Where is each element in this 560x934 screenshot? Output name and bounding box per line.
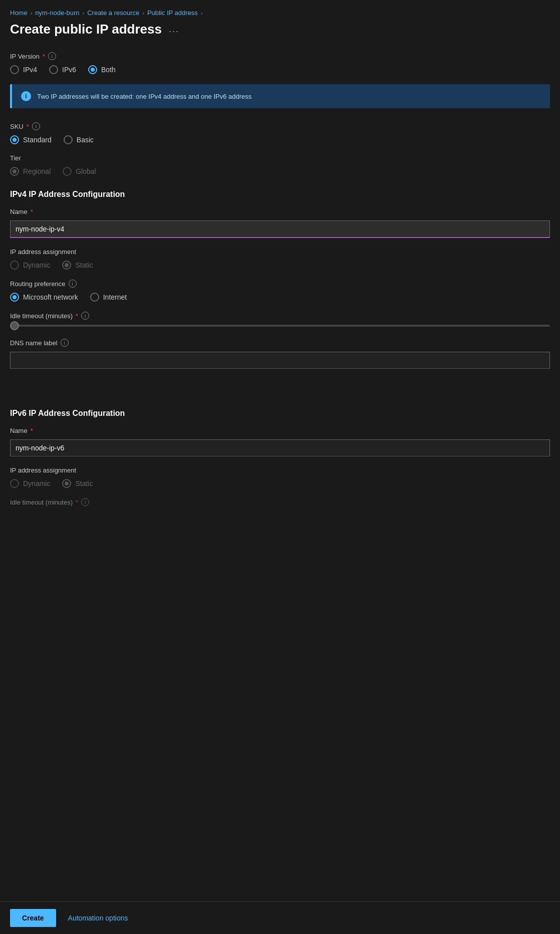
ipv4-assignment-label: IP address assignment (10, 248, 550, 256)
ip-version-field: IP Version * i IPv4 IPv6 Both (10, 52, 550, 74)
ipv4-radio-circle (10, 65, 19, 74)
info-banner-text: Two IP addresses will be created: one IP… (37, 93, 251, 100)
ipv4-radio-label: IPv4 (23, 66, 37, 74)
ipv6-radio-circle (49, 65, 58, 74)
basic-radio-label: Basic (77, 136, 94, 144)
microsoft-network-radio-circle (10, 293, 19, 302)
ipv4-name-input[interactable] (10, 220, 550, 238)
ipv6-assignment-label: IP address assignment (10, 466, 550, 474)
ipv4-assignment-field: IP address assignment Dynamic Static (10, 248, 550, 270)
tier-label: Tier (10, 154, 550, 162)
ipv4-idle-timeout-slider-thumb[interactable] (10, 321, 19, 330)
ipv6-assignment-radio-group: Dynamic Static (10, 479, 550, 488)
ipv4-dynamic-radio-circle (10, 261, 19, 270)
ipv4-section-title: IPv4 IP Address Configuration (10, 190, 550, 199)
ipv6-static-radio-option: Static (62, 479, 93, 488)
ipv4-static-radio-label: Static (75, 261, 93, 269)
create-button[interactable]: Create (10, 909, 56, 927)
more-options-button[interactable]: ... (169, 24, 179, 35)
page-title: Create public IP address (10, 22, 162, 37)
ipv4-routing-radio-group: Microsoft network Internet (10, 293, 550, 302)
microsoft-network-radio-label: Microsoft network (23, 293, 78, 301)
global-radio-option: Global (63, 167, 96, 176)
ipv6-idle-timeout-label: Idle timeout (minutes) * i (10, 498, 550, 506)
page-title-row: Create public IP address ... (0, 22, 560, 52)
ip-version-label: IP Version * i (10, 52, 550, 60)
ipv6-name-field: Name * (10, 427, 550, 466)
sku-info-icon[interactable]: i (32, 122, 40, 130)
main-form: IP Version * i IPv4 IPv6 Both i Two IP a… (0, 52, 560, 551)
ipv6-idle-timeout-info-icon[interactable]: i (81, 498, 89, 506)
ipv6-name-input[interactable] (10, 439, 550, 456)
regional-radio-circle (10, 167, 19, 176)
sku-label: SKU * i (10, 122, 550, 130)
ipv6-name-required: * (31, 427, 33, 434)
required-indicator: * (43, 53, 45, 60)
ipv4-routing-field: Routing preference i Microsoft network I… (10, 280, 550, 302)
breadcrumb-public-ip[interactable]: Public IP address (147, 9, 198, 17)
tier-radio-group: Regional Global (10, 167, 550, 176)
breadcrumb-home[interactable]: Home (10, 9, 28, 17)
ipv4-static-radio-circle (62, 261, 71, 270)
ipv4-idle-timeout-slider-track (10, 325, 550, 327)
chevron-icon: › (31, 10, 33, 16)
both-radio-label: Both (101, 66, 116, 74)
ipv6-dynamic-radio-option: Dynamic (10, 479, 50, 488)
ipv4-idle-timeout-label: Idle timeout (minutes) * i (10, 312, 550, 320)
internet-radio-label: Internet (103, 293, 127, 301)
ipv6-idle-timeout-field: Idle timeout (minutes) * i (10, 498, 550, 506)
standard-radio-option[interactable]: Standard (10, 135, 52, 144)
ipv6-config-section: IPv6 IP Address Configuration Name * IP … (10, 409, 550, 506)
regional-radio-option: Regional (10, 167, 51, 176)
global-radio-label: Global (76, 167, 96, 175)
automation-options-link[interactable]: Automation options (68, 914, 128, 922)
global-radio-circle (63, 167, 72, 176)
ipv4-idle-timeout-required: * (76, 312, 78, 320)
breadcrumb-nym-node-burn[interactable]: nym-node-burn (35, 9, 79, 17)
chevron-icon: › (142, 10, 144, 16)
ipv4-config-section: IPv4 IP Address Configuration Name * IP … (10, 190, 550, 379)
ipv6-name-label: Name * (10, 427, 550, 434)
sku-radio-group: Standard Basic (10, 135, 550, 144)
basic-radio-circle (64, 135, 73, 144)
ipv4-dynamic-radio-label: Dynamic (23, 261, 50, 269)
standard-radio-label: Standard (23, 136, 52, 144)
ipv6-radio-label: IPv6 (62, 66, 76, 74)
ipv4-assignment-radio-group: Dynamic Static (10, 261, 550, 270)
info-banner-icon: i (21, 91, 31, 101)
sku-required-indicator: * (27, 123, 29, 130)
ipv4-name-field: Name * (10, 208, 550, 248)
ipv4-routing-label: Routing preference i (10, 280, 550, 288)
sku-field: SKU * i Standard Basic (10, 122, 550, 144)
ip-version-radio-group: IPv4 IPv6 Both (10, 65, 550, 74)
dns-info-icon[interactable]: i (61, 339, 69, 347)
microsoft-network-radio-option[interactable]: Microsoft network (10, 293, 78, 302)
internet-radio-option[interactable]: Internet (90, 293, 127, 302)
ip-version-info-icon[interactable]: i (48, 52, 56, 60)
ipv4-dns-input[interactable] (10, 352, 550, 369)
internet-radio-circle (90, 293, 99, 302)
regional-radio-label: Regional (23, 167, 51, 175)
ipv6-assignment-field: IP address assignment Dynamic Static (10, 466, 550, 488)
routing-info-icon[interactable]: i (69, 280, 77, 288)
ipv6-static-radio-circle (62, 479, 71, 488)
ipv4-dynamic-radio-option: Dynamic (10, 261, 50, 270)
ipv6-static-radio-label: Static (75, 480, 93, 488)
ipv6-idle-timeout-required: * (76, 499, 78, 506)
ipv6-dynamic-radio-circle (10, 479, 19, 488)
ipv4-radio-option[interactable]: IPv4 (10, 65, 37, 74)
standard-radio-circle (10, 135, 19, 144)
chevron-icon: › (83, 10, 85, 16)
ipv4-idle-timeout-field: Idle timeout (minutes) * i (10, 312, 550, 327)
ipv4-name-label: Name * (10, 208, 550, 215)
idle-timeout-info-icon[interactable]: i (81, 312, 89, 320)
ipv4-dns-label: DNS name label i (10, 339, 550, 347)
tier-field: Tier Regional Global (10, 154, 550, 176)
info-banner: i Two IP addresses will be created: one … (10, 84, 550, 108)
ipv6-dynamic-radio-label: Dynamic (23, 480, 50, 488)
both-radio-option[interactable]: Both (88, 65, 116, 74)
breadcrumb-create-resource[interactable]: Create a resource (87, 9, 139, 17)
ipv6-section-title: IPv6 IP Address Configuration (10, 409, 550, 418)
ipv6-radio-option[interactable]: IPv6 (49, 65, 76, 74)
basic-radio-option[interactable]: Basic (64, 135, 94, 144)
